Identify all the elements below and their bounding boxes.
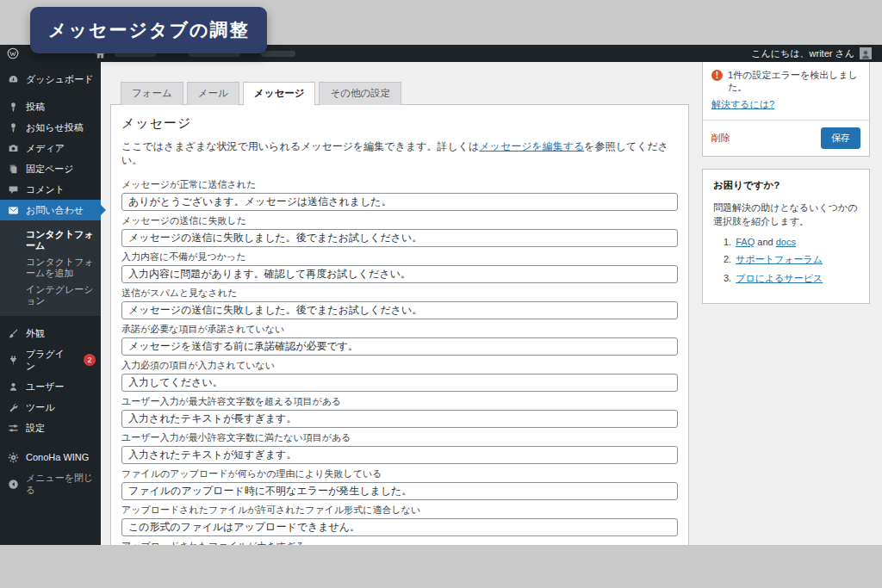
- camera-icon: [7, 143, 19, 154]
- field-label: 入力必須の項目が入力されていない: [121, 359, 678, 371]
- greeting-text[interactable]: こんにちは、writer さん: [751, 47, 854, 60]
- submenu-item-contact-forms[interactable]: コンタクトフォーム: [0, 226, 101, 254]
- tab-messages[interactable]: メッセージ: [243, 82, 316, 105]
- mail-icon: [7, 205, 19, 216]
- field-label: 入力内容に不備が見つかった: [121, 251, 678, 263]
- tab-mail[interactable]: メール: [187, 82, 239, 105]
- gear-icon: [7, 452, 19, 463]
- message-field: アップロードされたファイルが大きすぎる: [121, 540, 678, 545]
- list-number: 3.: [724, 273, 731, 283]
- sidebar-item-media[interactable]: メディア: [0, 138, 101, 158]
- sidebar-item-label: 固定ページ: [26, 163, 74, 175]
- wordpress-logo-icon[interactable]: [7, 47, 19, 59]
- sidebar-item-label: プラグイン: [26, 348, 73, 372]
- help-box-title: お困りですか?: [713, 179, 859, 192]
- message-input-upload-file-type[interactable]: [121, 518, 678, 536]
- message-field: 承諾が必要な項目が承諾されていない: [121, 323, 678, 356]
- help-list-item: 3.プロによるサービス: [718, 272, 859, 285]
- message-input-accept-terms[interactable]: [121, 337, 678, 356]
- submenu-item-add-contact-form[interactable]: コンタクトフォームを追加: [0, 254, 101, 282]
- pages-icon: [7, 164, 19, 175]
- sidebar-item-posts[interactable]: 投稿: [0, 96, 101, 117]
- sidebar-item-label: ツール: [26, 401, 55, 413]
- messages-panel: メッセージ ここではさまざまな状況で用いられるメッセージを編集できます。詳しくは…: [110, 104, 689, 545]
- sidebar-item-label: ConoHa WING: [26, 451, 89, 463]
- sidebar-item-collapse-menu[interactable]: メニューを閉じる: [0, 467, 101, 500]
- message-input-too-short[interactable]: [121, 446, 678, 464]
- panel-description: ここではさまざまな状況で用いられるメッセージを編集できます。詳しくはメッセージを…: [121, 139, 678, 167]
- message-field: アップロードされたファイルが許可されたファイル形式に適合しない: [121, 504, 678, 536]
- delete-link[interactable]: 削除: [711, 132, 730, 145]
- sidebar-item-comments[interactable]: コメント: [0, 179, 101, 200]
- sidebar-item-conoha-wing[interactable]: ConoHa WING: [0, 447, 101, 467]
- dashboard-icon: [7, 74, 19, 85]
- comment-icon: [7, 184, 19, 195]
- sidebar-item-dashboard[interactable]: ダッシュボード: [0, 69, 101, 90]
- user-icon: [7, 381, 19, 393]
- sidebar-item-tools[interactable]: ツール: [0, 397, 101, 418]
- editor-tabs: フォーム メール メッセージ その他の設定: [110, 82, 689, 104]
- brush-icon: [7, 328, 19, 339]
- contact-form-editor: フォーム メール メッセージ その他の設定 メッセージ ここではさまざまな状況で…: [110, 82, 689, 545]
- content-area: フォーム メール メッセージ その他の設定 メッセージ ここではさまざまな状況で…: [101, 62, 882, 545]
- blurred-admin-bar-item: [261, 51, 295, 57]
- contact-submenu: コンタクトフォーム コンタクトフォームを追加 インテグレーション: [0, 220, 101, 316]
- wrench-icon: [7, 402, 19, 413]
- sidebar-item-label: メニューを閉じる: [26, 472, 96, 496]
- wordpress-admin-window: こんにちは、writer さん ダッシュボード 投稿: [0, 45, 882, 545]
- field-label: メッセージの送信に失敗した: [121, 214, 678, 226]
- help-box-description: 問題解決の助けとなるいくつかの選択肢を紹介します。: [713, 201, 859, 228]
- help-box: お困りですか? 問題解決の助けとなるいくつかの選択肢を紹介します。 1.FAQ …: [702, 169, 870, 304]
- avatar: [860, 47, 872, 59]
- field-label: メッセージが正常に送信された: [121, 178, 678, 190]
- message-input-validation-error[interactable]: [121, 265, 678, 283]
- field-label: ファイルのアップロードが何らかの理由により失敗している: [121, 467, 678, 480]
- help-list-item: 2.サポートフォーラム: [718, 253, 859, 266]
- message-field: メッセージが正常に送信された: [121, 178, 678, 211]
- message-input-too-long[interactable]: [121, 410, 678, 428]
- professional-services-link[interactable]: プロによるサービス: [736, 273, 823, 283]
- sidebar-item-appearance[interactable]: 外観: [0, 323, 101, 344]
- plugin-icon: [7, 355, 19, 366]
- sidebar-item-contact[interactable]: お問い合わせ: [0, 200, 101, 220]
- help-links-list: 1.FAQ and docs 2.サポートフォーラム 3.プロによるサービス: [713, 237, 859, 285]
- message-input-mail-sent-ng[interactable]: [121, 229, 678, 247]
- sidebar-item-users[interactable]: ユーザー: [0, 376, 101, 397]
- list-number: 2.: [724, 254, 731, 264]
- sidebar-item-label: 設定: [26, 422, 45, 434]
- message-input-spam[interactable]: [121, 301, 678, 319]
- faq-link[interactable]: FAQ: [736, 237, 755, 247]
- field-label: 送信がスパムと見なされた: [121, 287, 678, 299]
- message-input-mail-sent-ok[interactable]: [121, 193, 678, 211]
- message-field: 入力内容に不備が見つかった: [121, 251, 678, 283]
- plugin-update-badge: 2: [84, 354, 96, 366]
- save-box-footer: 削除 保存: [703, 120, 869, 156]
- sidebar-item-label: コメント: [26, 183, 65, 195]
- list-text: and: [755, 237, 775, 247]
- sidebar-item-plugins[interactable]: プラグイン 2: [0, 344, 101, 376]
- pin-icon: [7, 122, 19, 133]
- docs-link[interactable]: docs: [776, 237, 796, 247]
- edit-messages-link[interactable]: メッセージを編集する: [479, 140, 584, 152]
- collapse-arrow-icon: [7, 479, 19, 490]
- sidebar-item-news-posts[interactable]: お知らせ投稿: [0, 117, 101, 138]
- save-button[interactable]: 保存: [821, 127, 860, 149]
- sidebar-item-settings[interactable]: 設定: [0, 418, 101, 438]
- pin-icon: [7, 102, 19, 113]
- message-input-upload-failed[interactable]: [121, 482, 678, 500]
- message-field: ファイルのアップロードが何らかの理由により失敗している: [121, 467, 678, 500]
- field-label: ユーザー入力が最大許容文字数を超える項目がある: [121, 395, 678, 407]
- tab-form[interactable]: フォーム: [121, 82, 183, 105]
- sidebar-item-label: お問い合わせ: [26, 204, 84, 216]
- message-field: ユーザー入力が最小許容文字数に満たない項目がある: [121, 431, 678, 464]
- config-error-text: 1件の設定エラーを検出しました。: [728, 69, 860, 93]
- submenu-item-integration[interactable]: インテグレーション: [0, 282, 101, 309]
- support-forum-link[interactable]: サポートフォーラム: [736, 254, 823, 264]
- message-input-invalid-required[interactable]: [121, 374, 678, 392]
- tab-additional-settings[interactable]: その他の設定: [319, 82, 401, 105]
- how-to-resolve-link[interactable]: 解決するには?: [711, 99, 774, 109]
- sidebar-item-label: 外観: [26, 327, 45, 339]
- field-label: ユーザー入力が最小許容文字数に満たない項目がある: [121, 431, 678, 443]
- sliders-icon: [7, 423, 19, 434]
- sidebar-item-pages[interactable]: 固定ページ: [0, 158, 101, 179]
